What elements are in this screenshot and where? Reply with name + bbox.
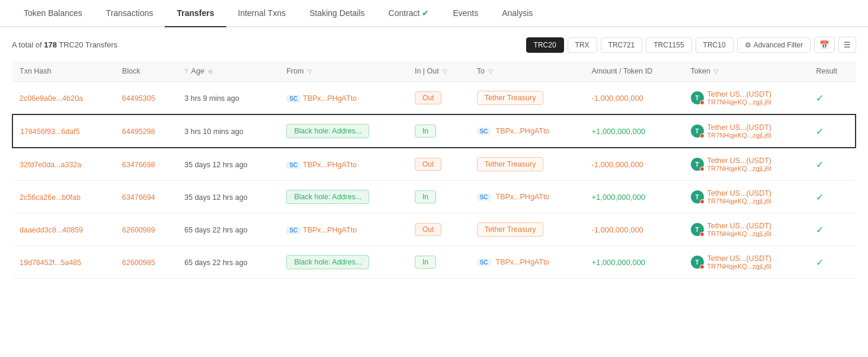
tab-token-balances[interactable]: Token Balances — [12, 0, 94, 27]
block-link[interactable]: 62600985 — [122, 259, 155, 267]
from-blackhole[interactable]: Black hole: Addres... — [286, 124, 369, 138]
to-treasury[interactable]: Tether Treasury — [477, 157, 544, 171]
token-info: Tether US...(USDT) TR7NHqjeKQ...zgjLj6t — [707, 123, 771, 139]
to-filter-icon[interactable]: ▽ — [488, 68, 493, 75]
token-cell: T Tether US...(USDT) TR7NHqjeKQ...zgjLj6… — [691, 189, 802, 205]
from-blackhole[interactable]: Black hole: Addres... — [286, 255, 369, 269]
sc-badge: SC — [286, 161, 300, 169]
age-filter-icon[interactable]: ⊖ — [208, 68, 213, 75]
col-in-out: In | Out ▽ — [408, 61, 470, 82]
table-row: 2c56ca26e...b0fab6347669435 days 12 hrs … — [12, 181, 856, 213]
block-link[interactable]: 63476698 — [122, 161, 155, 169]
token-dot — [700, 199, 704, 204]
filter-trc20[interactable]: TRC20 — [526, 37, 564, 53]
to-address[interactable]: TBPx...PHgATto — [496, 193, 550, 201]
block-link[interactable]: 62600989 — [122, 226, 155, 234]
summary-text: A total of 178 TRC20 Transfers — [12, 40, 117, 49]
block-link[interactable]: 64495298 — [122, 128, 155, 136]
advanced-filter-button[interactable]: ⚙ Advanced Filter — [737, 37, 811, 53]
filter-trc721[interactable]: TRC721 — [601, 37, 643, 53]
table-row: 19d78452f...5a4856260098565 days 22 hrs … — [12, 246, 856, 279]
block-link[interactable]: 64495305 — [122, 94, 155, 103]
token-addr-link[interactable]: TR7NHqjeKQ...zgjLj6t — [707, 230, 771, 237]
age-text: 65 days 22 hrs ago — [184, 226, 247, 234]
txn-hash-link[interactable]: 2c06e9a0e...4b20a — [20, 94, 83, 103]
token-cell: T Tether US...(USDT) TR7NHqjeKQ...zgjLj6… — [691, 157, 802, 172]
token-name-link[interactable]: Tether US...(USDT) — [707, 189, 771, 197]
from-address[interactable]: TBPx...PHgATto — [303, 94, 357, 103]
filter-trc10[interactable]: TRC10 — [696, 37, 734, 53]
from-address[interactable]: TBPx...PHgATto — [303, 161, 357, 169]
tab-bar: Token Balances Transactions Transfers In… — [0, 0, 868, 27]
txn-hash-link[interactable]: 178456f93...6daf5 — [20, 128, 80, 136]
sc-badge: SC — [477, 128, 491, 135]
direction-in: In — [415, 190, 436, 203]
calendar-button[interactable]: 📅 — [814, 37, 835, 53]
token-icon: T — [691, 223, 704, 236]
inout-filter-icon[interactable]: ▽ — [443, 68, 447, 75]
sc-badge: SC — [477, 259, 491, 266]
token-icon: T — [691, 125, 704, 138]
txn-hash-link[interactable]: 19d78452f...5a485 — [20, 259, 81, 267]
token-icon: T — [691, 91, 704, 104]
result-check: ✓ — [816, 192, 824, 202]
token-info: Tether US...(USDT) TR7NHqjeKQ...zgjLj6t — [707, 222, 771, 237]
from-blackhole[interactable]: Black hole: Addres... — [286, 190, 369, 204]
tab-internal-txns[interactable]: Internal Txns — [226, 0, 298, 27]
col-from: From ▽ — [279, 61, 408, 82]
age-help-icon[interactable]: ? — [184, 68, 188, 75]
token-addr-link[interactable]: TR7NHqjeKQ...zgjLj6t — [707, 263, 771, 270]
to-col: SCTBPx...PHgATto — [477, 258, 578, 266]
direction-in: In — [415, 125, 436, 138]
col-txn-hash: Txn Hash — [12, 61, 115, 82]
direction-out: Out — [415, 223, 441, 236]
to-col: SCTBPx...PHgATto — [477, 193, 578, 201]
block-link[interactable]: 63476694 — [122, 193, 155, 202]
token-name-link[interactable]: Tether US...(USDT) — [707, 90, 771, 98]
amount-value: +1,000,000,000 — [591, 258, 645, 267]
amount-value: +1,000,000,000 — [591, 127, 645, 136]
token-cell: T Tether US...(USDT) TR7NHqjeKQ...zgjLj6… — [691, 90, 802, 106]
filter-trx[interactable]: TRX — [568, 37, 597, 53]
age-text: 3 hrs 10 mins ago — [184, 128, 243, 136]
tab-staking-details[interactable]: Staking Details — [297, 0, 376, 27]
tab-analysis[interactable]: Analysis — [490, 0, 544, 27]
token-name-link[interactable]: Tether US...(USDT) — [707, 254, 771, 263]
table-row: 32fd7e0da...a332a6347669835 days 12 hrs … — [12, 148, 856, 181]
token-icon: T — [691, 256, 704, 269]
tab-transfers[interactable]: Transfers — [165, 0, 226, 27]
to-col: SCTBPx...PHgATto — [477, 127, 578, 135]
from-filter-icon[interactable]: ▽ — [308, 68, 312, 75]
filter-trc1155[interactable]: TRC1155 — [646, 37, 691, 53]
table-row: daaedd3c8...408596260098965 days 22 hrs … — [12, 213, 856, 246]
to-col: Tether Treasury — [477, 222, 578, 237]
token-name-link[interactable]: Tether US...(USDT) — [707, 222, 771, 230]
token-addr-link[interactable]: TR7NHqjeKQ...zgjLj6t — [707, 165, 771, 172]
tab-transactions[interactable]: Transactions — [94, 0, 165, 27]
amount-value: +1,000,000,000 — [591, 193, 645, 202]
token-addr-link[interactable]: TR7NHqjeKQ...zgjLj6t — [707, 132, 771, 139]
amount-value: -1,000,000,000 — [591, 225, 643, 234]
age-text: 3 hrs 9 mins ago — [184, 94, 239, 103]
tab-contract[interactable]: Contract ✔ — [377, 0, 441, 27]
main-container: A total of 178 TRC20 Transfers TRC20 TRX… — [0, 27, 868, 288]
txn-hash-link[interactable]: 2c56ca26e...b0fab — [20, 193, 81, 202]
token-name-link[interactable]: Tether US...(USDT) — [707, 157, 771, 165]
to-treasury[interactable]: Tether Treasury — [477, 91, 544, 105]
token-name-link[interactable]: Tether US...(USDT) — [707, 123, 771, 132]
to-address[interactable]: TBPx...PHgATto — [496, 258, 550, 266]
settings-button[interactable]: ☰ — [838, 37, 856, 53]
txn-hash-link[interactable]: daaedd3c8...40859 — [20, 226, 83, 234]
from-address[interactable]: TBPx...PHgATto — [303, 226, 357, 234]
result-check: ✓ — [816, 225, 824, 235]
token-filter-icon[interactable]: ▽ — [714, 68, 719, 75]
token-info: Tether US...(USDT) TR7NHqjeKQ...zgjLj6t — [707, 157, 771, 172]
to-address[interactable]: TBPx...PHgATto — [496, 127, 550, 135]
token-addr-link[interactable]: TR7NHqjeKQ...zgjLj6t — [707, 197, 771, 205]
sc-badge: SC — [286, 227, 300, 234]
tab-events[interactable]: Events — [441, 0, 490, 27]
token-addr-link[interactable]: TR7NHqjeKQ...zgjLj6t — [707, 98, 771, 106]
txn-hash-link[interactable]: 32fd7e0da...a332a — [20, 161, 81, 169]
to-treasury[interactable]: Tether Treasury — [477, 222, 544, 237]
token-info: Tether US...(USDT) TR7NHqjeKQ...zgjLj6t — [707, 254, 771, 270]
